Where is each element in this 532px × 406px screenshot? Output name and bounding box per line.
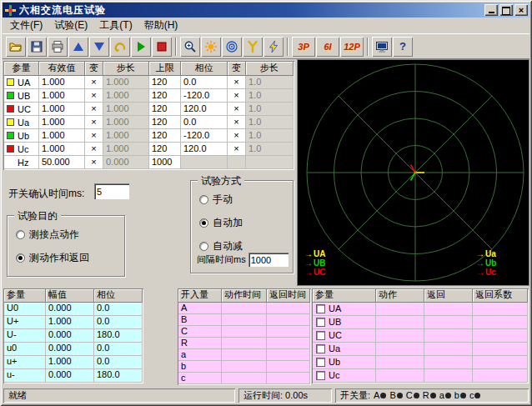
mode-12p-label: 12P [344,42,360,52]
brightness-button[interactable] [201,37,221,57]
start-button[interactable] [131,37,151,57]
status-bar: 就绪 运行时间: 0.00s 开关量: ABCRabc [3,387,529,403]
vary-cell[interactable]: × [85,129,103,143]
display-button[interactable] [372,37,392,57]
rms-cell[interactable]: 1.000 [39,103,85,116]
menu-item[interactable]: 试验(E) [48,17,93,34]
checkbox[interactable] [316,344,325,353]
seq-phase-cell: 180.0 [94,329,143,343]
header-cell: 返回系数 [473,289,528,303]
close-button[interactable] [514,4,528,16]
vary2-cell[interactable]: × [228,89,246,103]
parameter-grid: 参量有效值变步长上限相位变步长 UA 1.000 × 1.000 120 0.0… [3,61,294,170]
open-button[interactable] [6,37,26,57]
step-up-button[interactable] [68,37,88,57]
vary2-cell[interactable]: × [228,76,246,89]
save-button[interactable] [27,37,47,57]
rms-cell[interactable]: 1.000 [39,129,85,143]
menu-item[interactable]: 帮助(H) [138,17,184,34]
result-row: Ua [313,343,528,356]
di-action-cell [222,326,267,338]
vary2-cell[interactable] [228,156,246,169]
menu-item[interactable]: 工具(T) [93,17,138,34]
mode-12p-button[interactable]: 12P [340,37,364,57]
switch-dot-icon [474,393,480,398]
grid-header-cell: 变 [85,62,103,76]
legend-label: UA [314,249,325,258]
checkbox[interactable] [316,304,325,313]
result-name-cell: Ub [313,356,376,369]
vary2-cell[interactable]: × [228,129,246,143]
help-button[interactable]: ? [393,37,413,57]
step-down-button[interactable] [89,37,109,57]
rms-cell[interactable]: 50.000 [39,156,85,169]
rms-cell[interactable]: 1.000 [39,143,85,156]
result-return-cell [424,369,473,383]
rms-cell[interactable]: 1.000 [39,89,85,103]
limit-cell[interactable]: 120 [149,76,181,89]
result-return-cell [424,316,473,329]
mode-radio-option[interactable]: 自动加 [199,216,293,230]
radio-icon[interactable] [199,242,208,251]
limit-cell[interactable]: 120 [149,129,181,143]
mode-3p-button[interactable]: 3P [292,37,315,57]
limit-cell[interactable]: 120 [149,103,181,116]
checkbox[interactable] [316,318,325,327]
phase-cell[interactable]: 0.0 [181,116,228,129]
rms-cell[interactable]: 1.000 [39,116,85,129]
phase-cell[interactable]: -120.0 [181,89,228,103]
checkbox[interactable] [316,331,325,340]
param-name-cell: Ub [4,129,39,143]
radio-icon[interactable] [16,230,25,239]
phase-cell[interactable]: -120.0 [181,129,228,143]
confirm-time-input[interactable] [94,183,129,199]
vary-cell[interactable]: × [85,156,103,169]
rms-cell[interactable]: 1.000 [39,76,85,89]
limit-cell[interactable]: 1000 [149,156,181,169]
stop-button[interactable] [152,37,172,57]
vary-cell[interactable]: × [85,143,103,156]
vector-view-button[interactable] [222,37,242,57]
purpose-radio-option[interactable]: 测动作和返回 [16,251,124,265]
radio-label: 自动加 [213,216,243,230]
limit-cell[interactable]: 120 [149,116,181,129]
phase-cell[interactable]: 120.0 [181,103,228,116]
radio-icon[interactable] [199,218,208,228]
vary-cell[interactable]: × [85,116,103,129]
phase-cell[interactable]: 0.0 [181,76,228,89]
radio-icon[interactable] [199,195,208,204]
print-button[interactable] [48,37,68,57]
legend-item: UC [304,268,325,277]
radio-icon[interactable] [16,253,25,263]
purpose-radio-option[interactable]: 测接点动作 [16,228,124,242]
vary2-cell[interactable]: × [228,103,246,116]
header-cell: 动作 [376,289,424,303]
checkbox[interactable] [316,358,325,367]
zoom-button[interactable] [180,37,200,57]
undo-button[interactable] [110,37,130,57]
legend-label: Ub [485,258,496,268]
mode-6i-button[interactable]: 6I [316,37,339,57]
seq-phase-cell: 0.0 [94,316,143,329]
checkbox[interactable] [316,371,325,380]
vary2-cell[interactable]: × [228,143,246,156]
impulse-button[interactable] [263,37,284,57]
mode-radio-option[interactable]: 手动 [199,193,293,207]
switch-indicator: C [406,390,419,400]
limit-cell[interactable]: 120 [149,143,181,156]
maximize-button[interactable] [499,4,513,16]
vary-cell[interactable]: × [85,103,103,116]
vary2-cell[interactable]: × [228,116,246,129]
vary-cell[interactable]: × [85,76,103,89]
seq-name-cell: U+ [4,316,46,329]
vary-cell[interactable]: × [85,89,103,103]
menu-item[interactable]: 文件(F) [4,17,48,34]
y-connection-button[interactable] [243,37,263,57]
phase-cell[interactable]: 120.0 [181,143,228,156]
phase-cell[interactable] [181,156,228,169]
mode-radio-option[interactable]: 自动减 [199,239,293,253]
limit-cell[interactable]: 120 [149,89,181,103]
param-name: Uc [18,143,28,155]
interval-input[interactable] [248,253,289,267]
minimize-button[interactable] [484,4,498,16]
